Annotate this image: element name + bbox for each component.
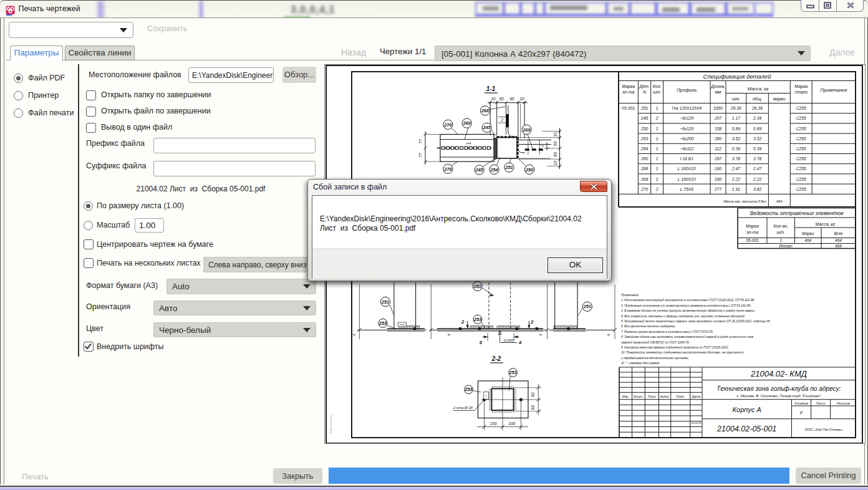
- svg-text:С255: С255: [796, 127, 806, 131]
- svg-text:4. Все отверстия, зачищены и о: 4. Все отверстия, зачищены и образцы озо…: [621, 314, 746, 318]
- svg-text:1: 1: [779, 238, 782, 243]
- svg-text:−4х112: −4х112: [680, 147, 693, 151]
- svg-text:10: 10: [553, 161, 557, 166]
- svg-text:С255: С255: [796, 116, 806, 120]
- svg-text:60: 60: [509, 97, 514, 101]
- svg-text:Р: Р: [800, 411, 803, 415]
- svg-text:Профиль: Профиль: [677, 87, 697, 93]
- svg-text:I 16 Б1: I 16 Б1: [680, 156, 694, 161]
- svg-text:С255: С255: [796, 147, 806, 151]
- svg-text:21004.02- КМД: 21004.02- КМД: [750, 369, 807, 378]
- svg-text:Дата: Дата: [692, 395, 701, 398]
- svg-text:Кол-во,: Кол-во,: [774, 224, 789, 228]
- svg-text:100: 100: [508, 421, 515, 426]
- svg-text:Марка: Марка: [794, 84, 808, 89]
- svg-text:шт.: шт.: [732, 97, 741, 101]
- svg-text:50: 50: [499, 97, 504, 101]
- svg-text:2.47: 2.47: [753, 166, 761, 171]
- svg-text:60: 60: [553, 152, 557, 157]
- svg-text:Подп.: Подп.: [676, 395, 685, 398]
- svg-text:2: 2: [500, 118, 503, 122]
- svg-text:Листов: Листов: [836, 401, 849, 405]
- svg-text:251: 251: [583, 304, 591, 309]
- svg-text:1: 1: [656, 147, 658, 151]
- svg-text:245: 245: [640, 116, 649, 120]
- svg-text:мм: мм: [715, 90, 721, 94]
- svg-text:270: 270: [443, 166, 451, 172]
- svg-text:250: 250: [525, 167, 533, 173]
- svg-text:С255: С255: [796, 106, 806, 110]
- svg-text:2: 2: [541, 145, 544, 148]
- svg-text:3.82: 3.82: [753, 187, 761, 191]
- svg-text:60: 60: [531, 405, 535, 410]
- svg-text:2: 2: [530, 319, 534, 325]
- svg-text:251: 251: [505, 165, 513, 170]
- svg-text:Масса, кг: Масса, кг: [748, 86, 769, 92]
- svg-text:N: N: [643, 90, 647, 94]
- svg-text:245: 245: [483, 125, 491, 130]
- svg-text:1: 1: [656, 156, 658, 161]
- svg-text:−6х120: −6х120: [680, 116, 694, 120]
- svg-text:2: 2: [461, 319, 465, 325]
- svg-text:Корпус А: Корпус А: [733, 406, 761, 413]
- svg-text:С255: С255: [796, 137, 806, 141]
- svg-text:251: 251: [640, 106, 649, 110]
- svg-text:253: 253: [379, 320, 387, 326]
- svg-text:эл-та: эл-та: [622, 90, 634, 94]
- svg-text:Масса нап. металла 0.5кг: Масса нап. металла 0.5кг: [723, 199, 766, 203]
- svg-text:270: 270: [640, 187, 649, 191]
- svg-text:1-1: 1-1: [486, 85, 496, 92]
- svg-text:269: 269: [640, 177, 649, 181]
- svg-text:253: 253: [473, 317, 481, 322]
- svg-text:245: 245: [475, 167, 484, 173]
- svg-text:253: 253: [640, 137, 649, 141]
- svg-text:сварной проволокой СВ-08Г2С по: сварной проволокой СВ-08Г2С по ГОСТ 2246…: [621, 340, 690, 344]
- svg-text:L 75Х6: L 75Х6: [680, 187, 694, 191]
- svg-text:464: 464: [776, 199, 783, 203]
- svg-text:Изм.: Изм.: [622, 395, 629, 398]
- svg-text:Итого:: Итого:: [779, 244, 793, 248]
- svg-text:1: 1: [656, 166, 658, 171]
- svg-text:L 160Х10: L 160Х10: [678, 177, 696, 181]
- svg-text:1: 1: [656, 137, 658, 141]
- svg-text:марки: марки: [773, 97, 786, 102]
- svg-text:0.89: 0.89: [732, 127, 740, 131]
- svg-text:2-2: 2-2: [491, 355, 501, 362]
- svg-text:26.36: 26.36: [751, 106, 763, 110]
- svg-text:23.03.16: 23.03.16: [691, 421, 702, 425]
- svg-text:6. Все расчетные катеты озобор: 6. Все расчетные катеты озоборены;: [621, 325, 676, 328]
- svg-text:2.47: 2.47: [731, 166, 740, 171]
- svg-text:1: 1: [656, 177, 658, 181]
- svg-text:280: 280: [714, 137, 722, 141]
- svg-text:0.39: 0.39: [753, 147, 761, 151]
- svg-text:268: 268: [481, 108, 489, 113]
- svg-text:1. Изготовление конструкций пр: 1. Изготовление конструкций производить …: [621, 298, 755, 302]
- svg-text:Примечание: Примечание: [820, 87, 847, 93]
- svg-text:Ведомость отправочных элементо: Ведомость отправочных элементов: [750, 210, 844, 216]
- svg-text:10: 10: [519, 97, 524, 101]
- svg-text:С255: С255: [796, 187, 806, 191]
- svg-text:Марка: Марка: [622, 84, 635, 89]
- svg-text:3.52: 3.52: [732, 137, 740, 141]
- svg-text:Колуч.: Колуч.: [634, 395, 643, 398]
- svg-text:8: 8: [352, 334, 356, 336]
- svg-text:60: 60: [531, 392, 535, 397]
- svg-text:160: 160: [715, 166, 722, 171]
- svg-text:160: 160: [715, 177, 722, 181]
- svg-text:1: 1: [486, 394, 487, 397]
- svg-text:251: 251: [473, 284, 481, 289]
- svg-text:стали: стали: [794, 90, 808, 94]
- svg-text:4: 4: [518, 340, 522, 345]
- svg-text:260: 260: [640, 156, 649, 161]
- svg-text:−6х120: −6х120: [680, 127, 694, 131]
- svg-text:1: 1: [656, 127, 658, 131]
- svg-text:254: 254: [490, 167, 498, 173]
- svg-text:269: 269: [523, 127, 531, 133]
- svg-text:10: 10: [553, 132, 557, 137]
- svg-text:297: 297: [714, 156, 722, 161]
- svg-text:Длина,: Длина,: [710, 84, 725, 89]
- svg-text:2 отв Ø 18: 2 отв Ø 18: [453, 406, 473, 410]
- svg-text:эл-та: эл-та: [746, 230, 758, 234]
- svg-text:8: 8: [447, 334, 451, 336]
- svg-text:8: 8: [607, 334, 610, 336]
